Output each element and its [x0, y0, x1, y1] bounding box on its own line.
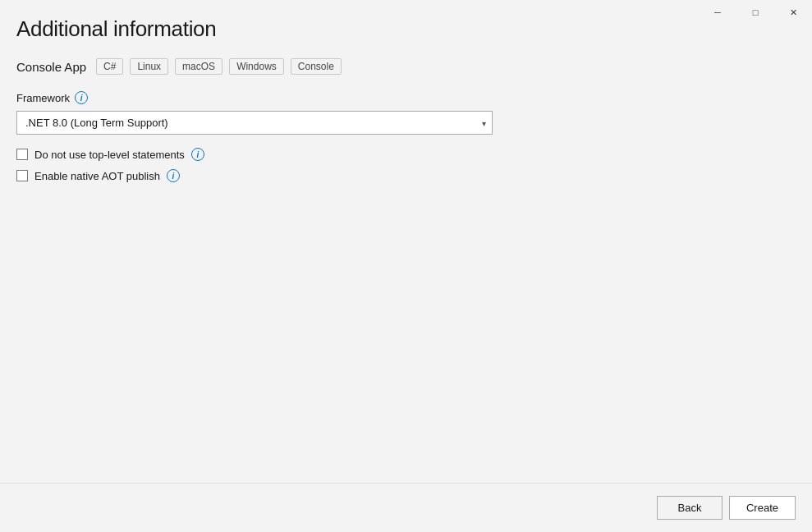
no-top-level-info-icon[interactable]: i — [191, 148, 204, 161]
native-aot-row: Enable native AOT publish i — [16, 169, 796, 182]
framework-label: Framework — [16, 92, 70, 104]
native-aot-info-icon[interactable]: i — [167, 169, 180, 182]
bottom-bar: Back Create — [0, 483, 812, 532]
framework-info-icon[interactable]: i — [75, 91, 88, 104]
tag-linux: Linux — [130, 58, 168, 75]
create-button[interactable]: Create — [729, 496, 796, 520]
back-button[interactable]: Back — [657, 496, 723, 520]
native-aot-checkbox[interactable] — [16, 170, 28, 181]
tag-macos: macOS — [175, 58, 222, 75]
no-top-level-checkbox[interactable] — [16, 149, 28, 160]
main-content: Additional information Console App C# Li… — [0, 0, 812, 483]
close-button[interactable]: ✕ — [774, 0, 812, 25]
tag-windows: Windows — [229, 58, 284, 75]
title-bar: ─ □ ✕ — [699, 0, 812, 25]
minimize-button[interactable]: ─ — [699, 0, 736, 25]
framework-label-row: Framework i — [16, 91, 796, 104]
no-top-level-row: Do not use top-level statements i — [16, 148, 796, 161]
framework-select-wrapper: .NET 8.0 (Long Term Support) .NET 7.0 .N… — [16, 111, 493, 135]
page-title: Additional information — [16, 16, 796, 42]
tag-csharp: C# — [96, 58, 123, 75]
framework-select[interactable]: .NET 8.0 (Long Term Support) .NET 7.0 .N… — [16, 111, 493, 135]
no-top-level-label: Do not use top-level statements — [34, 149, 185, 161]
app-name: Console App — [16, 60, 86, 74]
tag-console: Console — [291, 58, 342, 75]
native-aot-label: Enable native AOT publish — [34, 170, 160, 182]
app-info-row: Console App C# Linux macOS Windows Conso… — [16, 58, 796, 75]
maximize-button[interactable]: □ — [736, 0, 774, 25]
